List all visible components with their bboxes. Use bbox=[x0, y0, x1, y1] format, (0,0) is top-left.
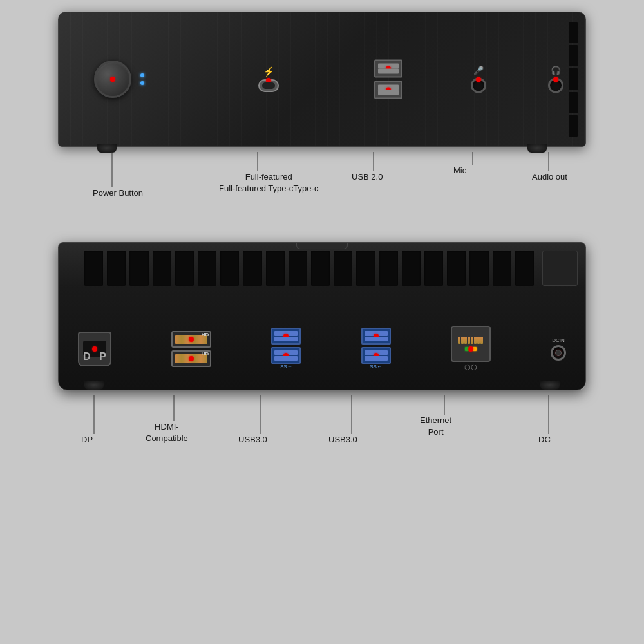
vents bbox=[84, 251, 534, 286]
vent-5 bbox=[175, 251, 194, 286]
usb2-area bbox=[374, 60, 402, 99]
eth-pin-2 bbox=[461, 337, 464, 344]
mic-port bbox=[471, 78, 486, 93]
usb3-right-2 bbox=[361, 347, 391, 364]
eth-pin-5 bbox=[471, 337, 473, 344]
hd-label-1: HD bbox=[202, 332, 209, 337]
device-top: ⚡ 🎤 bbox=[58, 12, 586, 147]
bottom-right-rect bbox=[542, 251, 578, 286]
mic-icon: 🎤 bbox=[471, 66, 486, 75]
led-dot-2 bbox=[140, 81, 144, 85]
vent-7 bbox=[220, 251, 239, 286]
foot-tr bbox=[527, 144, 547, 153]
dc-port bbox=[551, 345, 566, 361]
usb2-port-1 bbox=[374, 60, 402, 78]
vent-3 bbox=[129, 251, 148, 286]
dc-wrapper: DCIN bbox=[551, 337, 566, 361]
eth-pins bbox=[458, 337, 483, 344]
usb3-right-stack bbox=[361, 328, 391, 364]
usb3-left-1 bbox=[271, 328, 301, 345]
usb3-2-label: USB3.0 bbox=[328, 434, 357, 446]
audio-out-label: Audio out bbox=[532, 171, 567, 183]
power-red-dot bbox=[110, 77, 115, 82]
vent-2 bbox=[107, 251, 126, 286]
vent-1 bbox=[84, 251, 103, 286]
mic-jack: 🎤 bbox=[471, 66, 486, 93]
hdmi-port-1: HD bbox=[171, 331, 211, 348]
vent-19 bbox=[493, 251, 511, 286]
vent-15 bbox=[402, 251, 421, 286]
vent-12 bbox=[334, 251, 352, 286]
vent-h-1 bbox=[569, 22, 578, 43]
usb3-left-stack bbox=[271, 328, 301, 364]
top-labels: Power Button Full-featuredFull-featured … bbox=[58, 152, 586, 229]
top-notch bbox=[296, 243, 348, 249]
hdmi2-red-dot bbox=[189, 356, 194, 361]
power-button-area bbox=[94, 61, 131, 98]
hdmi-label: HDMI-Compatible bbox=[146, 421, 188, 444]
ss-symbol-1: SS← bbox=[280, 364, 292, 370]
usb3-right-wrapper: SS← bbox=[361, 328, 391, 370]
usb2-port-2 bbox=[374, 81, 402, 99]
vent-6 bbox=[198, 251, 216, 286]
vent-11 bbox=[311, 251, 330, 286]
mic-label: Mic bbox=[453, 165, 466, 176]
vent-13 bbox=[356, 251, 375, 286]
audio-jack: 🎧 bbox=[548, 66, 564, 93]
vent-h-5 bbox=[569, 115, 578, 137]
vent-h-4 bbox=[569, 92, 578, 113]
dp-wrapper bbox=[78, 332, 111, 366]
bottom-device-feet bbox=[59, 381, 585, 390]
thunderbolt-icon: ⚡ bbox=[263, 66, 274, 77]
network-icon: ⬡⬡ bbox=[464, 363, 477, 372]
hdmi-port-2: HD bbox=[171, 350, 211, 367]
hdmi-stack: HD HD bbox=[171, 331, 211, 367]
audio-port bbox=[548, 78, 564, 93]
vent-9 bbox=[266, 251, 285, 286]
mic-red-dot bbox=[476, 77, 481, 82]
vent-14 bbox=[379, 251, 398, 286]
usb3r2-red-dot bbox=[374, 353, 379, 358]
ethernet-port bbox=[451, 326, 491, 362]
usb3-left-wrapper: SS← bbox=[271, 328, 301, 370]
eth-pin-1 bbox=[458, 337, 460, 344]
eth-pin-4 bbox=[468, 337, 470, 344]
typec-red-dot bbox=[266, 78, 271, 83]
usb3-left-2 bbox=[271, 347, 301, 364]
dcin-label: DCIN bbox=[552, 337, 565, 343]
audio-red-dot bbox=[553, 77, 558, 82]
usb3-1-label: USB3.0 bbox=[238, 434, 267, 446]
vent-20 bbox=[515, 251, 534, 286]
led-dot-1 bbox=[140, 73, 144, 77]
ss-symbol-2: SS← bbox=[370, 364, 382, 370]
eth-red-dot bbox=[468, 346, 473, 352]
led-dots bbox=[140, 73, 144, 85]
main-container: ⚡ 🎤 bbox=[0, 0, 644, 644]
headphone-icon: 🎧 bbox=[548, 66, 564, 75]
device-bottom: HD HD bbox=[58, 242, 586, 390]
usb2-1-red-dot bbox=[386, 66, 391, 71]
usb2-label: USB 2.0 bbox=[352, 171, 383, 183]
usb2-2-red-dot bbox=[386, 88, 391, 93]
vent-h-2 bbox=[569, 45, 578, 66]
usb3r1-red-dot bbox=[374, 334, 379, 339]
usb3l1-red-dot bbox=[283, 334, 289, 339]
top-right-vents bbox=[569, 22, 578, 137]
usb3l2-red-dot bbox=[283, 353, 289, 358]
eth-pin-3 bbox=[464, 337, 467, 344]
dc-label: DC bbox=[538, 434, 551, 446]
dp-label: DP bbox=[81, 434, 93, 446]
vent-4 bbox=[153, 251, 171, 286]
vent-10 bbox=[289, 251, 307, 286]
vent-8 bbox=[243, 251, 261, 286]
typec-label: Full-featuredFull-featured Type-cType-c bbox=[219, 171, 318, 194]
vent-17 bbox=[447, 251, 466, 286]
vent-h-3 bbox=[569, 68, 578, 90]
dc-red-dot bbox=[556, 350, 561, 355]
top-section: ⚡ 🎤 bbox=[19, 12, 625, 229]
usb3-right-1 bbox=[361, 328, 391, 345]
dp-red-dot bbox=[92, 346, 97, 352]
typec-connector bbox=[258, 79, 279, 92]
bottom-labels: DP HDMI-Compatible USB3.0 USB3.0 Etherne… bbox=[58, 395, 586, 466]
eth-pin-7 bbox=[477, 337, 480, 344]
